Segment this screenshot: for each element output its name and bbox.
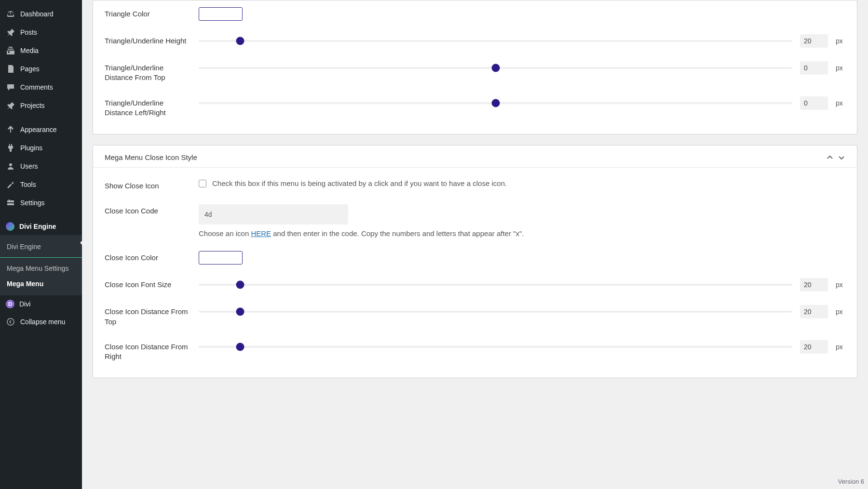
link-icon-here[interactable]: HERE xyxy=(251,229,271,238)
panel-triangle-style: Triangle Color Triangle/Underline Height… xyxy=(93,0,857,134)
field-label: Triangle Color xyxy=(105,7,189,19)
input-triangle-top[interactable] xyxy=(800,61,828,75)
menu-item-collapse[interactable]: Collapse menu xyxy=(0,313,82,331)
menu-label: Divi xyxy=(19,300,30,308)
menu-label: Collapse menu xyxy=(20,318,65,326)
field-triangle-lr: Triangle/Underline Distance Left/Right p… xyxy=(93,90,857,125)
field-label: Show Close Icon xyxy=(105,179,189,191)
svg-point-0 xyxy=(7,318,14,325)
unit-label: px xyxy=(836,308,845,316)
menu-label: Comments xyxy=(20,83,53,91)
menu-item-users[interactable]: Users xyxy=(0,157,82,175)
slider-thumb[interactable] xyxy=(236,343,244,351)
color-picker-triangle[interactable] xyxy=(199,7,243,21)
input-triangle-lr[interactable] xyxy=(800,96,828,110)
slider-icon-top[interactable] xyxy=(199,311,792,313)
pin-icon xyxy=(6,101,15,110)
unit-label: px xyxy=(836,37,845,45)
menu-item-posts[interactable]: Posts xyxy=(0,23,82,41)
unit-label: px xyxy=(836,99,845,107)
menu-item-projects[interactable]: Projects xyxy=(0,96,82,115)
field-show-close: Show Close Icon Check this box if this m… xyxy=(93,172,857,198)
menu-item-appearance[interactable]: Appearance xyxy=(0,120,82,139)
menu-label: Pages xyxy=(20,65,40,73)
menu-label: Dashboard xyxy=(20,10,54,18)
field-label: Close Icon Font Size xyxy=(105,278,189,290)
field-label: Triangle/Underline Distance From Top xyxy=(105,61,189,83)
menu-item-tools[interactable]: Tools xyxy=(0,175,82,194)
menu-item-divi[interactable]: D Divi xyxy=(0,295,82,313)
menu-item-pages[interactable]: Pages xyxy=(0,60,82,78)
unit-label: px xyxy=(836,64,845,72)
slider-thumb[interactable] xyxy=(236,37,244,45)
slider-icon-right[interactable] xyxy=(199,346,792,348)
dashboard-icon xyxy=(6,9,15,19)
chevron-down-icon[interactable] xyxy=(838,154,845,161)
menu-label: Users xyxy=(20,162,38,170)
divi-engine-icon xyxy=(6,222,14,231)
input-icon-top[interactable] xyxy=(800,305,828,318)
submenu-item-divi-engine[interactable]: Divi Engine xyxy=(0,239,82,258)
field-label: Triangle/Underline Distance Left/Right xyxy=(105,96,189,118)
field-label: Triangle/Underline Height xyxy=(105,34,189,46)
submenu-item-mega-menu[interactable]: Mega Menu xyxy=(0,276,82,291)
menu-item-dashboard[interactable]: Dashboard xyxy=(0,5,82,23)
input-triangle-height[interactable] xyxy=(800,34,828,48)
panel-close-icon-style: Mega Menu Close Icon Style Show Close Ic… xyxy=(93,145,857,378)
menu-item-media[interactable]: Media xyxy=(0,41,82,60)
pages-icon xyxy=(6,64,15,74)
field-triangle-height: Triangle/Underline Height px xyxy=(93,27,857,54)
field-label: Close Icon Distance From Right xyxy=(105,340,189,362)
menu-item-settings[interactable]: Settings xyxy=(0,194,82,212)
color-picker-close-icon[interactable] xyxy=(199,251,243,264)
unit-label: px xyxy=(836,281,845,289)
menu-label: Plugins xyxy=(20,144,42,152)
menu-label: Tools xyxy=(20,181,36,188)
unit-label: px xyxy=(836,343,845,351)
field-icon-color: Close Icon Color xyxy=(93,244,857,271)
checkbox-show-close[interactable] xyxy=(199,180,206,187)
slider-thumb[interactable] xyxy=(491,99,500,107)
field-label: Close Icon Code xyxy=(105,204,189,216)
input-icon-right[interactable] xyxy=(800,340,828,354)
input-icon-size[interactable] xyxy=(800,278,828,291)
menu-label: Settings xyxy=(20,199,45,207)
menu-label: Divi Engine xyxy=(19,223,56,230)
slider-thumb[interactable] xyxy=(491,64,500,72)
checkbox-description: Check this box if this menu is being act… xyxy=(212,179,507,187)
submenu-item-mega-menu-settings[interactable]: Mega Menu Settings xyxy=(0,261,82,276)
menu-label: Appearance xyxy=(20,126,57,133)
main-content: Triangle Color Triangle/Underline Height… xyxy=(82,0,868,489)
slider-thumb[interactable] xyxy=(236,308,244,316)
panel-title: Mega Menu Close Icon Style xyxy=(105,153,197,161)
tools-icon xyxy=(6,180,15,189)
field-icon-top: Close Icon Distance From Top px xyxy=(93,298,857,333)
menu-label: Projects xyxy=(20,102,45,109)
pin-icon xyxy=(6,27,15,37)
field-triangle-top: Triangle/Underline Distance From Top px xyxy=(93,54,857,90)
chevron-up-icon[interactable] xyxy=(826,154,834,161)
comments-icon xyxy=(6,82,15,92)
menu-label: Posts xyxy=(20,28,37,36)
slider-triangle-height[interactable] xyxy=(199,40,792,42)
input-icon-code[interactable] xyxy=(199,204,348,225)
slider-triangle-lr[interactable] xyxy=(199,102,792,104)
menu-item-plugins[interactable]: Plugins xyxy=(0,139,82,157)
slider-thumb[interactable] xyxy=(236,281,244,289)
settings-icon xyxy=(6,198,15,208)
field-label: Close Icon Distance From Top xyxy=(105,305,189,327)
divi-engine-submenu: Divi Engine Mega Menu Settings Mega Menu xyxy=(0,235,82,295)
users-icon xyxy=(6,161,15,171)
field-triangle-color: Triangle Color xyxy=(93,0,857,27)
menu-item-divi-engine[interactable]: Divi Engine xyxy=(0,218,82,235)
appearance-icon xyxy=(6,125,15,134)
field-label: Close Icon Color xyxy=(105,251,189,263)
slider-icon-size[interactable] xyxy=(199,284,792,286)
help-text: Choose an icon HERE and then enter in th… xyxy=(199,229,845,238)
slider-triangle-top[interactable] xyxy=(199,67,792,69)
panel-header: Mega Menu Close Icon Style xyxy=(93,145,857,168)
divi-icon: D xyxy=(6,300,14,308)
media-icon xyxy=(6,46,15,55)
menu-item-comments[interactable]: Comments xyxy=(0,78,82,96)
field-icon-size: Close Icon Font Size px xyxy=(93,271,857,298)
